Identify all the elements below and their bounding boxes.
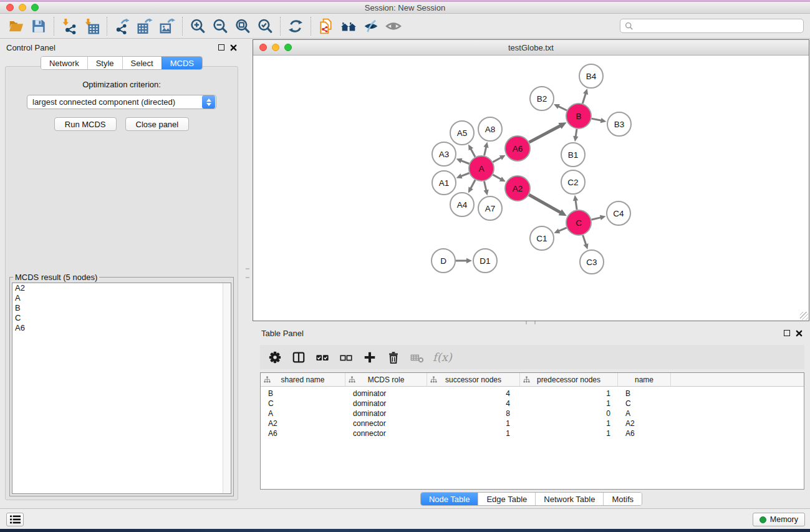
cell-successor-nodes[interactable]: 1 bbox=[427, 418, 520, 428]
result-list-scrollbar[interactable] bbox=[223, 283, 231, 493]
tab-edge-table[interactable]: Edge Table bbox=[478, 493, 535, 505]
cell-successor-nodes[interactable]: 4 bbox=[427, 389, 520, 399]
zoom-fit-icon[interactable] bbox=[231, 16, 254, 36]
select-all-checkboxes-icon[interactable] bbox=[312, 347, 333, 367]
tab-network[interactable]: Network bbox=[41, 57, 87, 69]
cell-successor-nodes[interactable]: 4 bbox=[427, 399, 520, 409]
import-table-icon[interactable] bbox=[80, 16, 103, 36]
table-settings-icon[interactable] bbox=[264, 347, 286, 367]
mcds-result-item[interactable]: C bbox=[12, 313, 231, 323]
cell-name[interactable]: B bbox=[618, 389, 671, 399]
add-column-icon[interactable] bbox=[359, 347, 380, 367]
export-network-icon[interactable] bbox=[111, 16, 133, 36]
cell-predecessor-nodes[interactable]: 1 bbox=[520, 399, 618, 409]
close-panel-button[interactable]: Close panel bbox=[125, 117, 190, 131]
control-panel-header: Control Panel bbox=[0, 39, 243, 56]
close-panel-icon[interactable] bbox=[230, 44, 237, 51]
first-neighbors-icon[interactable] bbox=[337, 16, 360, 36]
cell-name[interactable]: C bbox=[618, 399, 671, 409]
float-table-panel-icon[interactable] bbox=[784, 330, 790, 336]
hide-selected-icon[interactable] bbox=[360, 16, 382, 36]
close-table-panel-icon[interactable] bbox=[796, 330, 803, 337]
edge-arrowhead-icon bbox=[466, 258, 472, 263]
cell-successor-nodes[interactable]: 8 bbox=[427, 409, 520, 418]
node-label-D1: D1 bbox=[480, 256, 490, 266]
memory-button[interactable]: Memory bbox=[753, 513, 805, 526]
cell-successor-nodes[interactable]: 1 bbox=[427, 428, 520, 438]
mcds-tab-content: Optimization criterion: largest connecte… bbox=[5, 66, 238, 500]
delete-column-icon[interactable] bbox=[383, 347, 404, 367]
column-header-shared-name[interactable]: shared name bbox=[261, 373, 345, 387]
vertical-splitter[interactable] bbox=[243, 39, 253, 508]
edge-arrowhead-icon bbox=[573, 136, 578, 142]
zoom-in-icon[interactable] bbox=[186, 16, 209, 36]
splitter-handle[interactable] bbox=[246, 268, 249, 278]
mcds-result-item[interactable]: B bbox=[12, 303, 231, 313]
cell-mcds-role[interactable]: dominator bbox=[345, 399, 427, 409]
tab-mcds[interactable]: MCDS bbox=[162, 57, 202, 69]
tab-select[interactable]: Select bbox=[122, 57, 162, 69]
network-window-title: testGlobe.txt bbox=[253, 43, 809, 52]
cell-predecessor-nodes[interactable]: 1 bbox=[520, 428, 618, 438]
mcds-result-groupbox: MCDS result (5 nodes) A2ABCA6 bbox=[9, 277, 234, 496]
export-table-icon[interactable] bbox=[133, 16, 156, 36]
refresh-icon[interactable] bbox=[284, 16, 307, 36]
mcds-result-list[interactable]: A2ABCA6 bbox=[12, 283, 231, 494]
save-session-icon[interactable] bbox=[27, 16, 50, 36]
tab-motifs[interactable]: Motifs bbox=[603, 493, 642, 505]
cell-name[interactable]: A6 bbox=[618, 428, 671, 438]
function-builder-icon[interactable]: f(x) bbox=[430, 347, 452, 367]
new-network-from-selection-icon[interactable] bbox=[315, 16, 337, 36]
delete-table-icon[interactable] bbox=[407, 347, 428, 367]
resize-grip-icon[interactable] bbox=[800, 312, 808, 320]
zoom-selected-icon[interactable] bbox=[254, 16, 276, 36]
show-all-icon[interactable] bbox=[382, 16, 405, 36]
split-view-icon[interactable] bbox=[288, 347, 309, 367]
column-header-name[interactable]: name bbox=[618, 373, 671, 387]
node-label-A8: A8 bbox=[485, 125, 496, 134]
mcds-result-item[interactable]: A6 bbox=[12, 323, 231, 333]
cell-shared-name[interactable]: A bbox=[261, 409, 345, 418]
cell-shared-name[interactable]: A6 bbox=[261, 428, 345, 438]
node-label-A: A bbox=[478, 164, 484, 173]
run-mcds-button[interactable]: Run MCDS bbox=[54, 117, 117, 131]
cell-shared-name[interactable]: A2 bbox=[261, 418, 345, 428]
cell-mcds-role[interactable]: connector bbox=[345, 428, 427, 438]
shared-attribute-icon bbox=[430, 376, 437, 385]
float-panel-icon[interactable] bbox=[218, 44, 224, 51]
node-table: shared nameMCDS rolesuccessor nodesprede… bbox=[260, 372, 804, 490]
search-field[interactable] bbox=[620, 19, 804, 33]
cell-name[interactable]: A2 bbox=[618, 418, 671, 428]
criterion-dropdown[interactable]: largest connected component (directed) bbox=[27, 95, 216, 109]
tab-node-table[interactable]: Node Table bbox=[421, 493, 478, 505]
cell-shared-name[interactable]: C bbox=[261, 399, 345, 409]
task-history-button[interactable] bbox=[6, 513, 24, 526]
open-file-icon[interactable] bbox=[5, 16, 27, 36]
network-canvas[interactable]: B4B2BB3A8A5A6A3B1AA1C2A2A4A7C4CC1C3DD1 bbox=[253, 56, 809, 321]
mcds-result-item[interactable]: A2 bbox=[12, 283, 231, 293]
tab-network-table[interactable]: Network Table bbox=[535, 493, 603, 505]
tab-style[interactable]: Style bbox=[87, 57, 122, 69]
import-network-icon[interactable] bbox=[58, 16, 80, 36]
cell-shared-name[interactable]: B bbox=[261, 389, 345, 399]
cell-predecessor-nodes[interactable]: 1 bbox=[520, 389, 618, 399]
mcds-result-item[interactable]: A bbox=[12, 293, 231, 303]
deselect-all-checkboxes-icon[interactable] bbox=[335, 347, 357, 367]
search-input[interactable] bbox=[637, 19, 803, 32]
cell-predecessor-nodes[interactable]: 1 bbox=[520, 418, 618, 428]
graph-edge-B-B1 bbox=[576, 129, 577, 137]
column-header-predecessor-nodes[interactable]: predecessor nodes bbox=[520, 373, 618, 387]
cell-name[interactable]: A bbox=[618, 409, 671, 418]
zoom-out-icon[interactable] bbox=[209, 16, 231, 36]
node-label-B2: B2 bbox=[537, 94, 547, 104]
cell-mcds-role[interactable]: dominator bbox=[345, 409, 427, 418]
cell-mcds-role[interactable]: dominator bbox=[345, 389, 427, 399]
graph-edge-B-B4 bbox=[582, 94, 586, 104]
cell-predecessor-nodes[interactable]: 0 bbox=[520, 409, 618, 418]
node-label-A4: A4 bbox=[457, 200, 468, 210]
export-image-icon[interactable] bbox=[156, 16, 178, 36]
control-panel-title: Control Panel bbox=[6, 43, 55, 52]
column-header-successor-nodes[interactable]: successor nodes bbox=[427, 373, 520, 387]
cell-mcds-role[interactable]: connector bbox=[345, 418, 427, 428]
column-header-mcds-role[interactable]: MCDS role bbox=[345, 373, 427, 387]
